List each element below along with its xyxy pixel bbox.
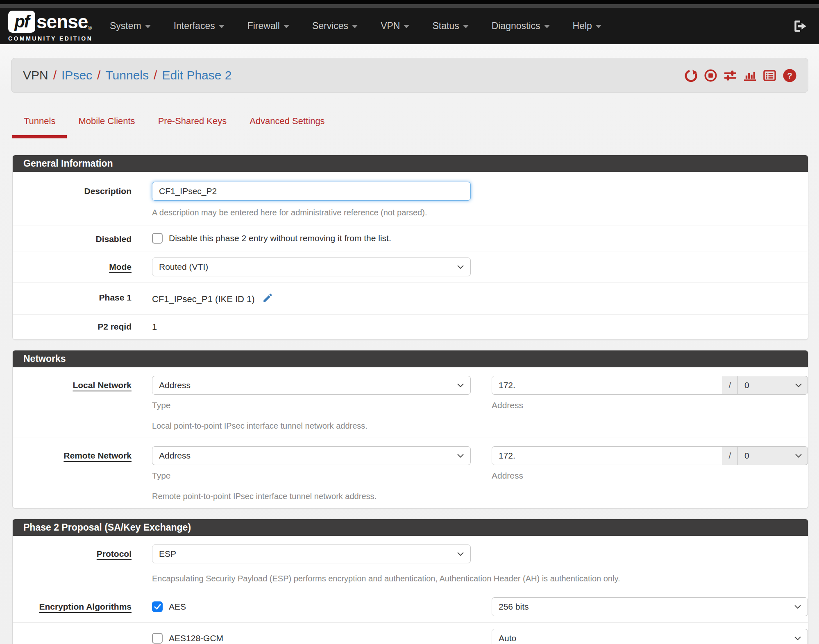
p2reqid-row: P2 reqid 1 [13, 314, 808, 339]
chevron-down-icon [457, 265, 464, 269]
description-label: Description [13, 182, 132, 217]
aes128gcm-checkbox[interactable] [152, 633, 163, 644]
mode-select-value: Routed (VTI) [159, 262, 208, 272]
restart-icon[interactable] [685, 69, 697, 82]
phase1-label: Phase 1 [13, 293, 132, 305]
remote-network-prefix-select[interactable]: 0 [738, 446, 808, 465]
breadcrumb-link-tunnels[interactable]: Tunnels [105, 68, 149, 82]
nav-item-diagnostics-label: Diagnostics [492, 20, 540, 32]
description-help: A description may be entered here for ad… [152, 208, 808, 217]
nav-item-system[interactable]: System [110, 20, 151, 32]
aes-bits-select[interactable]: 256 bits [492, 597, 808, 616]
registered-mark: ® [88, 25, 92, 31]
protocol-row: Protocol ESP Encapsulating Security Payl… [13, 536, 808, 591]
disabled-checkbox[interactable] [152, 233, 163, 244]
local-network-address-caption: Address [492, 400, 808, 410]
stop-icon[interactable] [704, 69, 717, 82]
breadcrumb-link-ipsec[interactable]: IPsec [61, 68, 92, 82]
remote-network-row: Remote Network Address Type Remote point… [13, 438, 808, 508]
aes128gcm-bits-select[interactable]: Auto [492, 629, 808, 644]
tab-tunnels[interactable]: Tunnels [12, 116, 67, 138]
protocol-select-value: ESP [159, 549, 176, 559]
sliders-icon[interactable] [724, 69, 737, 82]
aes128gcm-checkbox-label: AES128-GCM [169, 633, 223, 643]
encryption-aes128gcm-row: AES128-GCM Auto [13, 622, 808, 644]
pfsense-logo-sense: sense [36, 11, 88, 33]
general-information-header: General Information [13, 155, 808, 172]
chevron-down-icon [794, 636, 801, 640]
remote-network-label: Remote Network [13, 446, 132, 501]
local-network-prefix-select[interactable]: 0 [738, 376, 808, 395]
pfsense-logo[interactable]: pf sense ® COMMUNITY EDITION [8, 11, 95, 42]
sign-out-icon[interactable] [794, 20, 807, 33]
local-network-type-select[interactable]: Address [152, 376, 471, 395]
encryption-algorithms-label: Encryption Algorithms [13, 597, 132, 616]
chevron-down-icon [404, 25, 409, 28]
pencil-icon[interactable] [262, 293, 273, 303]
breadcrumb-separator: / [97, 68, 100, 82]
bar-chart-icon[interactable] [744, 69, 756, 82]
tab-bar: Tunnels Mobile Clients Pre-Shared Keys A… [12, 93, 807, 138]
local-network-label: Local Network [13, 376, 132, 431]
mode-label: Mode [13, 258, 132, 276]
phase1-value: CF1_IPsec_P1 (IKE ID 1) [152, 294, 255, 304]
aes-checkbox[interactable] [152, 601, 163, 612]
navbar-menu: System Interfaces Firewall Services VPN … [110, 20, 601, 32]
aes-bits-value: 256 bits [499, 602, 529, 612]
nav-item-diagnostics[interactable]: Diagnostics [492, 20, 550, 32]
tab-pre-shared-keys[interactable]: Pre-Shared Keys [147, 116, 238, 138]
nav-item-interfaces-label: Interfaces [174, 20, 215, 32]
local-network-type-value: Address [159, 380, 191, 390]
chevron-down-icon [219, 25, 225, 28]
local-network-slash-addon: / [722, 376, 738, 395]
nav-item-firewall[interactable]: Firewall [247, 20, 289, 32]
tab-advanced-settings[interactable]: Advanced Settings [238, 116, 336, 138]
breadcrumb-separator: / [53, 68, 57, 82]
nav-item-help[interactable]: Help [573, 20, 601, 32]
nav-item-vpn-label: VPN [381, 20, 400, 32]
pfsense-page: pf sense ® COMMUNITY EDITION System Inte… [0, 0, 819, 644]
window-top-strip [0, 4, 819, 8]
tab-mobile-clients[interactable]: Mobile Clients [67, 116, 146, 138]
local-network-row: Local Network Address Type Local point-t… [13, 367, 808, 438]
remote-network-prefix-value: 0 [744, 451, 749, 461]
chevron-down-icon [463, 25, 469, 28]
help-icon[interactable]: ? [783, 69, 796, 82]
pfsense-logo-row: pf sense ® [8, 11, 95, 33]
description-input[interactable] [152, 182, 471, 201]
nav-item-system-label: System [110, 20, 141, 32]
pfsense-logo-subtitle: COMMUNITY EDITION [8, 35, 95, 42]
nav-item-status[interactable]: Status [432, 20, 468, 32]
breadcrumb-link-edit-phase-2[interactable]: Edit Phase 2 [162, 68, 231, 82]
nav-item-interfaces[interactable]: Interfaces [174, 20, 225, 32]
breadcrumb-actions: ? [685, 69, 796, 82]
log-icon[interactable] [763, 69, 776, 82]
local-network-type-caption: Type [152, 400, 471, 410]
p2reqid-value: 1 [152, 322, 808, 332]
nav-item-services-label: Services [312, 20, 348, 32]
disabled-label: Disabled [13, 233, 132, 244]
protocol-select[interactable]: ESP [152, 545, 471, 563]
chevron-down-icon [457, 383, 464, 387]
chevron-down-icon [457, 552, 464, 556]
encryption-spacer-label [13, 629, 132, 644]
local-network-address-input[interactable] [492, 376, 722, 395]
disabled-checkbox-label: Disable this phase 2 entry without remov… [169, 233, 391, 243]
disabled-row: Disabled Disable this phase 2 entry with… [13, 226, 808, 251]
nav-item-services[interactable]: Services [312, 20, 358, 32]
remote-network-help: Remote point-to-point IPsec interface tu… [152, 492, 471, 501]
aes-checkbox-label: AES [169, 602, 186, 612]
mode-select[interactable]: Routed (VTI) [152, 258, 471, 276]
nav-item-vpn[interactable]: VPN [381, 20, 409, 32]
protocol-label: Protocol [13, 545, 132, 583]
chevron-down-icon [596, 25, 601, 28]
remote-network-address-input[interactable] [492, 446, 722, 465]
chevron-down-icon [457, 454, 464, 458]
general-information-panel: General Information Description A descri… [12, 155, 808, 340]
main-navbar: pf sense ® COMMUNITY EDITION System Inte… [0, 8, 819, 44]
remote-network-type-select[interactable]: Address [152, 446, 471, 465]
phase2-proposal-header: Phase 2 Proposal (SA/Key Exchange) [13, 519, 808, 536]
mode-row: Mode Routed (VTI) [13, 251, 808, 282]
aes128gcm-bits-value: Auto [499, 633, 516, 643]
window-top-edge [0, 0, 819, 4]
